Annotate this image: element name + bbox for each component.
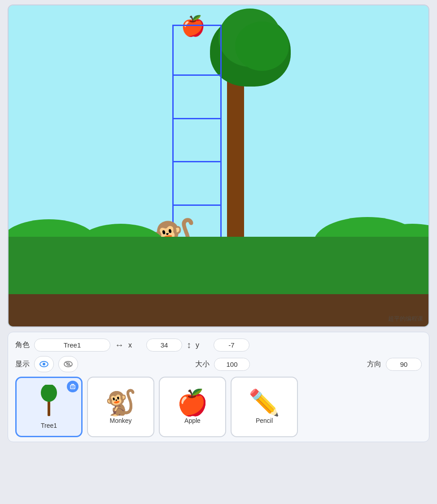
- ladder-rung-1: [174, 74, 220, 76]
- control-panel: 角色 Tree1 ↔ x 34 ↕ y -7 显示: [8, 332, 429, 442]
- sprite-list: Tree1 🐒 Monkey 🍎 Apple ✏️ Pencil: [15, 377, 422, 437]
- svg-point-1: [43, 363, 45, 365]
- ladder-rung-3: [174, 161, 220, 162]
- sprite-card-monkey[interactable]: 🐒 Monkey: [87, 377, 154, 437]
- apple-label: Apple: [184, 417, 201, 424]
- sprite-card-pencil[interactable]: ✏️ Pencil: [231, 377, 298, 437]
- direction-label: 方向: [367, 360, 381, 369]
- tree1-label: Tree1: [41, 422, 57, 429]
- x-input[interactable]: 34: [146, 339, 182, 352]
- sprite-card-apple[interactable]: 🍎 Apple: [159, 377, 226, 437]
- pencil-label: Pencil: [256, 417, 273, 424]
- size-label: 大小: [195, 360, 210, 369]
- hide-eye-button[interactable]: [58, 356, 78, 372]
- bottom-panel: 角色 Tree1 ↔ x 34 ↕ y -7 显示: [8, 327, 429, 442]
- eye-slash-icon: [64, 361, 73, 367]
- sprite-card-tree1[interactable]: Tree1: [15, 377, 83, 437]
- tree-canopy-3: [235, 22, 289, 71]
- control-row-2: 显示 大小 100 方向: [15, 356, 422, 372]
- y-input[interactable]: -7: [214, 339, 249, 352]
- ladder-rung-4: [174, 204, 220, 206]
- sprite-label: 角色: [15, 340, 30, 350]
- eye-icon: [39, 361, 48, 367]
- x-label: x: [128, 341, 142, 349]
- monkey-icon: 🐒: [105, 390, 136, 415]
- tree-sprite-svg: [38, 385, 60, 416]
- arrow-v-icon: ↕: [187, 340, 191, 350]
- delete-tree1-button[interactable]: [67, 381, 79, 392]
- show-eye-button[interactable]: [34, 356, 54, 372]
- arrow-h-icon: ↔: [115, 340, 124, 350]
- tree1-icon: [38, 385, 60, 420]
- dirt: [9, 294, 428, 326]
- apple-icon: 🍎: [177, 390, 208, 415]
- watermark: 超平的编程课: [388, 315, 423, 323]
- pencil-icon: ✏️: [249, 390, 280, 415]
- show-label: 显示: [15, 360, 30, 369]
- control-row-1: 角色 Tree1 ↔ x 34 ↕ y -7: [15, 339, 422, 352]
- monkey-label: Monkey: [109, 417, 131, 424]
- size-input[interactable]: 100: [214, 358, 250, 371]
- stage-canvas: 🍎 🐒 超平的编程课: [8, 4, 429, 327]
- svg-point-12: [41, 385, 57, 402]
- left-controls: 角色 Tree1 ↔ x 34 ↕ y -7 显示: [8, 327, 429, 442]
- sprite-name-input[interactable]: Tree1: [34, 339, 110, 352]
- trash-icon: [70, 384, 75, 389]
- y-label: y: [196, 341, 209, 349]
- svg-rect-5: [70, 385, 75, 389]
- ladder-rung-2: [174, 118, 220, 119]
- direction-input[interactable]: 90: [386, 358, 422, 371]
